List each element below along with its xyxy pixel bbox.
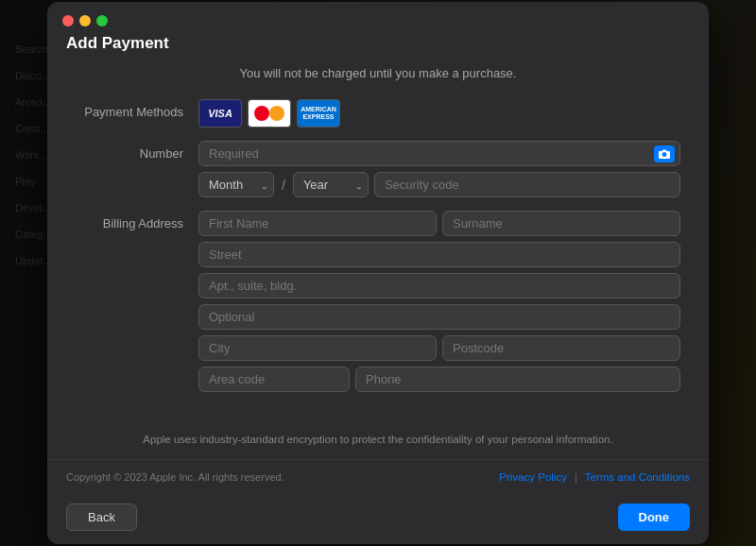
phone-input[interactable] [355, 367, 680, 392]
payment-methods-row: Payment Methods VISA AMERICANEXPRESS [76, 99, 680, 128]
terms-conditions-link[interactable]: Terms and Conditions [585, 471, 690, 483]
back-button[interactable]: Back [66, 503, 137, 531]
billing-label: Billing Address [76, 211, 198, 230]
close-button[interactable] [62, 15, 74, 26]
area-code-input[interactable] [198, 367, 350, 392]
number-fields: Month 01020304 05060708 09101112 / Year … [198, 141, 680, 197]
card-icons-row: VISA AMERICANEXPRESS [198, 99, 680, 128]
apt-input[interactable] [198, 273, 680, 299]
footer-separator: | [575, 471, 577, 483]
encryption-notice: Apple uses industry-standard encryption … [47, 424, 709, 458]
mc-left-circle [254, 106, 269, 121]
amex-card-icon[interactable]: AMERICANEXPRESS [297, 99, 340, 128]
street-input[interactable] [198, 242, 680, 267]
maximize-button[interactable] [96, 15, 108, 26]
minimize-button[interactable] [79, 15, 91, 26]
dialog-bottom-bar: Copyright © 2023 Apple Inc. All rights r… [47, 459, 709, 494]
visa-card-icon[interactable]: VISA [198, 99, 242, 128]
postcode-input[interactable] [442, 335, 680, 361]
number-input-row [198, 141, 680, 166]
billing-fields [198, 211, 680, 392]
number-label: Number [76, 141, 198, 161]
optional-input[interactable] [198, 304, 680, 330]
expiry-row: Month 01020304 05060708 09101112 / Year … [198, 172, 680, 197]
security-code-input[interactable] [374, 172, 680, 197]
number-input-wrap [198, 141, 680, 166]
dialog-actions: Back Done [47, 494, 709, 544]
done-button[interactable]: Done [618, 503, 691, 531]
dialog-title: Add Payment [47, 26, 709, 53]
number-input[interactable] [198, 141, 680, 166]
camera-icon [659, 149, 670, 159]
billing-form-row: Billing Address [76, 211, 680, 392]
name-row [198, 211, 680, 236]
privacy-policy-link[interactable]: Privacy Policy [499, 471, 567, 483]
payment-methods-label: Payment Methods [76, 99, 198, 119]
dialog-backdrop: Add Payment You will not be charged unti… [0, 0, 756, 546]
payment-methods-fields: VISA AMERICANEXPRESS [198, 99, 680, 128]
dialog-content: You will not be charged until you make a… [47, 53, 709, 424]
month-select-wrap: Month 01020304 05060708 09101112 [198, 172, 274, 197]
add-payment-dialog: Add Payment You will not be charged unti… [47, 2, 709, 543]
year-select[interactable]: Year 202420252026 2027202820292030 [293, 172, 369, 197]
city-postcode-row [198, 335, 680, 361]
mc-right-circle [269, 106, 284, 121]
notice-text: You will not be charged until you make a… [76, 66, 680, 80]
first-name-input[interactable] [198, 211, 437, 236]
copyright-text: Copyright © 2023 Apple Inc. All rights r… [66, 471, 284, 483]
number-form-row: Number [76, 141, 680, 197]
camera-button[interactable] [654, 145, 675, 162]
month-select[interactable]: Month 01020304 05060708 09101112 [198, 172, 274, 197]
city-input[interactable] [198, 335, 437, 361]
year-select-wrap: Year 202420252026 2027202820292030 [293, 172, 369, 197]
surname-input[interactable] [442, 211, 680, 236]
mastercard-card-icon[interactable] [248, 99, 291, 128]
expiry-slash: / [280, 178, 287, 193]
phone-row [198, 367, 680, 392]
footer-links: Privacy Policy | Terms and Conditions [499, 471, 690, 483]
window-controls [47, 2, 709, 26]
